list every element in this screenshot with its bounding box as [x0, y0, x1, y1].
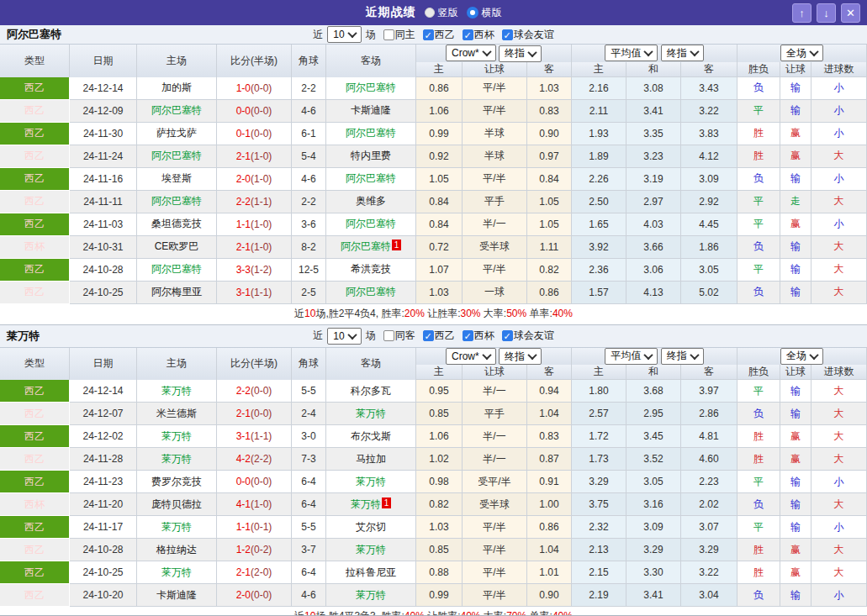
- checkbox-checked-icon: ✓: [502, 29, 513, 40]
- odds-away-cell: 0.84: [527, 168, 572, 191]
- col-date: 日期: [70, 348, 137, 381]
- avg-draw-cell: 3.30: [626, 561, 681, 584]
- score-cell: 1-0(0-0): [217, 77, 292, 100]
- col-result-goals: 进球数: [811, 365, 867, 380]
- move-down-button[interactable]: ↓: [817, 3, 836, 23]
- checkbox-checked-icon: ✓: [423, 29, 434, 40]
- final-average-select[interactable]: 终指: [661, 348, 704, 365]
- avg-home-cell: 1.80: [572, 380, 626, 403]
- league-cell: 西乙: [0, 282, 70, 304]
- odds-away-cell: 0.94: [527, 380, 572, 403]
- filter-checkbox-西乙[interactable]: ✓西乙: [423, 28, 455, 42]
- date-cell: 24-10-20: [70, 584, 137, 607]
- fulltime-select[interactable]: 全场: [780, 348, 823, 365]
- bookmaker-select[interactable]: Crow*: [446, 45, 496, 61]
- league-cell: 西乙: [0, 191, 70, 213]
- odds-away-cell: 0.91: [527, 471, 572, 493]
- home-team-cell: 莱万特: [137, 516, 217, 539]
- corner-cell: 6-4: [292, 493, 326, 516]
- final-odds-select[interactable]: 终指: [499, 45, 542, 62]
- checkbox-checked-icon: ✓: [463, 29, 473, 40]
- filter-checkbox-同客[interactable]: 同客: [383, 329, 415, 343]
- match-row: 西乙24-12-07米兰德斯2-1(0-0)2-4莱万特0.85平手1.042.…: [0, 403, 867, 425]
- filter-checkbox-球会友谊[interactable]: ✓球会友谊: [502, 28, 554, 42]
- final-average-select[interactable]: 终指: [661, 45, 704, 61]
- filter-checkboxes: 同主✓西乙✓西杯✓球会友谊: [380, 28, 554, 42]
- score-cell: 4-1(1-0): [217, 493, 292, 516]
- result-cell: 负: [737, 584, 780, 607]
- odds-home-cell: 0.82: [416, 493, 463, 516]
- odds-group-header: Crow* 终指: [416, 348, 572, 366]
- vertical-layout-label: 竖版: [438, 6, 458, 20]
- filter-checkbox-同主[interactable]: 同主: [383, 28, 415, 42]
- match-count-select[interactable]: 10: [327, 328, 361, 345]
- match-row: 西乙24-12-02莱万特3-1(1-1)3-0布尔戈斯1.06半/一0.831…: [0, 425, 867, 448]
- home-team-cell: 莱万特: [137, 561, 217, 584]
- away-team-cell: 莱万特: [326, 471, 416, 493]
- result-cell: 平: [737, 191, 780, 213]
- league-cell: 西杯: [0, 493, 70, 516]
- away-team-cell: 阿尔巴塞特: [326, 77, 416, 100]
- avg-draw-cell: 3.05: [626, 471, 681, 493]
- col-odds-home: 主: [416, 62, 463, 77]
- filter-checkbox-西杯[interactable]: ✓西杯: [463, 28, 494, 42]
- filter-checkbox-西杯[interactable]: ✓西杯: [463, 329, 494, 343]
- score-cell: 3-1(1-1): [217, 282, 292, 304]
- team-name: 莱万特: [7, 329, 40, 344]
- odds-away-cell: 1.05: [527, 213, 572, 236]
- col-score: 比分(半场): [217, 348, 292, 381]
- home-team-cell: 埃登斯: [137, 168, 217, 191]
- avg-draw-cell: 3.08: [626, 77, 681, 100]
- close-button[interactable]: ✕: [841, 3, 860, 23]
- score-cell: 2-0(0-0): [217, 584, 292, 607]
- date-cell: 24-10-28: [70, 539, 137, 561]
- filter-checkboxes: 同客✓西乙✓西杯✓球会友谊: [380, 329, 554, 343]
- odds-handicap-cell: 受半球: [463, 493, 527, 516]
- bookmaker-select[interactable]: Crow*: [446, 348, 496, 365]
- away-team-cell: 科尔多瓦: [326, 380, 416, 403]
- col-type: 类型: [0, 348, 70, 381]
- result-cell: 负: [737, 403, 780, 425]
- handicap-result-cell: 输: [780, 493, 811, 516]
- avg-home-cell: 1.57: [572, 282, 626, 304]
- handicap-result-cell: 赢: [780, 123, 811, 145]
- match-count-select[interactable]: 10: [327, 26, 361, 43]
- avg-away-cell: 4.45: [681, 213, 737, 236]
- chevron-down-icon: [644, 47, 653, 56]
- score-cell: 3-1(1-1): [217, 425, 292, 448]
- handicap-result-cell: 输: [780, 259, 811, 282]
- home-team-cell: 卡斯迪隆: [137, 584, 217, 607]
- odds-handicap-cell: 半/一: [463, 425, 527, 448]
- average-select[interactable]: 平均值: [605, 348, 658, 365]
- vertical-layout-radio[interactable]: 竖版: [425, 6, 458, 20]
- odds-home-cell: 0.99: [416, 584, 463, 607]
- col-avg-draw: 和: [626, 62, 681, 77]
- col-avg-home: 主: [572, 365, 626, 380]
- result-cell: 平: [737, 259, 780, 282]
- odds-home-cell: 1.03: [416, 282, 463, 304]
- near-label: 近: [313, 28, 323, 42]
- score-cell: 0-0(0-0): [217, 471, 292, 493]
- odds-handicap-cell: 半球: [463, 123, 527, 145]
- checkbox-label: 球会友谊: [514, 28, 554, 42]
- final-odds-select[interactable]: 终指: [499, 348, 542, 365]
- avg-home-cell: 3.29: [572, 471, 626, 493]
- home-team-cell: 阿尔巴塞特: [137, 191, 217, 213]
- horizontal-layout-radio[interactable]: 横版: [467, 6, 502, 20]
- chevron-down-icon: [347, 29, 357, 38]
- handicap-result-cell: 赢: [780, 561, 811, 584]
- move-up-button[interactable]: ↑: [792, 3, 811, 23]
- filter-checkbox-西乙[interactable]: ✓西乙: [423, 329, 455, 343]
- score-cell: 1-1(0-1): [217, 516, 292, 539]
- filter-checkbox-球会友谊[interactable]: ✓球会友谊: [502, 329, 554, 343]
- average-select[interactable]: 平均值: [605, 45, 658, 61]
- odds-home-cell: 0.85: [416, 539, 463, 561]
- odds-away-cell: 1.11: [527, 236, 572, 259]
- match-row: 西乙24-11-28莱万特4-2(2-2)7-3马拉加1.02半/一0.871.…: [0, 448, 867, 471]
- date-cell: 24-10-25: [70, 561, 137, 584]
- result-cell: 负: [737, 168, 780, 191]
- summary: 近10场,胜4平3负3, 胜率:40% 让胜率:40% 大率:70% 单率:40…: [0, 607, 867, 616]
- league-cell: 西乙: [0, 403, 70, 425]
- goals-result-cell: 大: [811, 493, 867, 516]
- fulltime-select[interactable]: 全场: [780, 45, 823, 61]
